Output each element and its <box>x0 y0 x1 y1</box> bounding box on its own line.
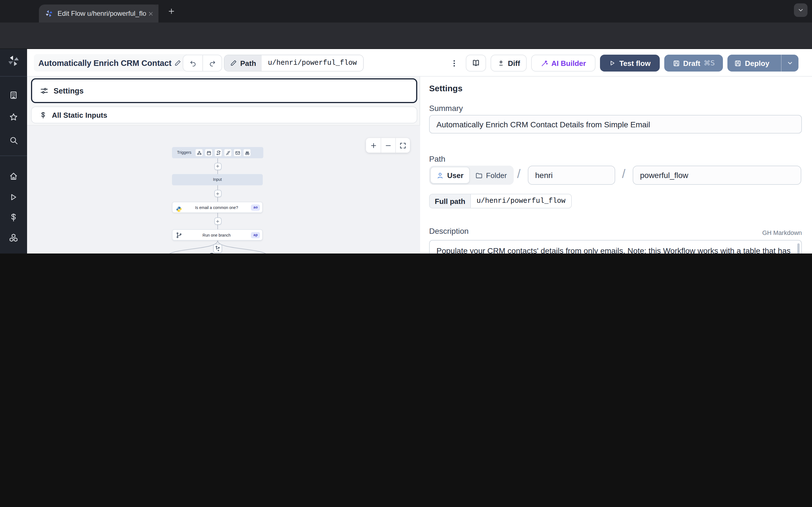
draft-shortcut: ⌘S <box>704 59 715 67</box>
description-label: Description <box>429 226 469 235</box>
input-node-label: Input <box>213 177 221 183</box>
path-chip-value: u/henri/powerful_flow <box>262 55 363 71</box>
tab-title: Edit Flow u/henri/powerful_flo <box>57 10 148 17</box>
polling-trigger-icon[interactable] <box>243 149 251 157</box>
full-path-row: Full path u/henri/powerful_flow <box>429 194 571 209</box>
node-id-badge: ao <box>251 204 260 210</box>
favorites-star-icon[interactable] <box>9 113 18 122</box>
flow-title[interactable]: Automatically Enrich CRM Contact <box>34 54 189 71</box>
flow-left-pane: Settings All Static Inputs <box>27 76 420 253</box>
canvas-zoom-controls <box>366 138 410 153</box>
deploy-chevron-down-icon[interactable] <box>786 60 794 66</box>
fit-view-button[interactable] <box>395 138 410 153</box>
workspace-icon[interactable] <box>9 91 18 100</box>
owner-kind-toggle: User Folder <box>429 166 514 185</box>
window-chevron-icon[interactable] <box>794 3 808 17</box>
flow-title-text: Automatically Enrich CRM Contact <box>38 58 171 67</box>
undo-redo-group <box>183 55 222 71</box>
description-textarea[interactable]: Populate your CRM contacts' details from… <box>429 240 802 253</box>
book-icon <box>472 59 480 67</box>
all-static-inputs-card[interactable]: All Static Inputs <box>31 107 417 123</box>
windmill-favicon <box>45 10 53 17</box>
play-icon <box>609 60 616 66</box>
redo-button[interactable] <box>202 55 221 71</box>
diff-label: Diff <box>508 59 520 67</box>
screen: Edit Flow u/henri/powerful_flo app.windm… <box>0 0 812 253</box>
new-tab-icon[interactable] <box>167 7 175 15</box>
browser-toolbar: app.windmill.dev/flows/edit/u/henri/powe… <box>0 22 812 49</box>
add-step-button[interactable] <box>214 163 221 170</box>
triggers-node[interactable]: Triggers <box>172 147 263 158</box>
email-trigger-icon[interactable] <box>234 149 242 157</box>
browser-tab-strip: Edit Flow u/henri/powerful_flo <box>0 0 812 22</box>
input-node[interactable]: Input <box>172 174 263 185</box>
dollar-icon <box>40 111 47 119</box>
path-chip[interactable]: Path u/henri/powerful_flow <box>224 55 363 71</box>
docs-book-button[interactable] <box>466 55 486 71</box>
deploy-split-divider <box>781 55 781 71</box>
add-branch-button[interactable] <box>213 244 222 253</box>
test-flow-label: Test flow <box>619 59 651 67</box>
folder-icon <box>475 172 483 179</box>
flow-editor-header: Automatically Enrich CRM Contact Path u/… <box>27 49 812 76</box>
ai-builder-button[interactable]: AI Builder <box>531 55 596 71</box>
triggers-label: Triggers <box>177 150 192 156</box>
node-is-email-common[interactable]: Is email a common one? ao <box>172 202 263 213</box>
variables-dollar-icon[interactable] <box>9 213 18 222</box>
branch-icon <box>176 232 182 238</box>
windmill-logo-icon[interactable] <box>7 55 20 67</box>
settings-card-label: Settings <box>54 87 84 95</box>
summary-label: Summary <box>429 104 463 113</box>
node-run-one-branch-1[interactable]: Run one branch ap <box>172 229 263 240</box>
gh-markdown-hint: GH Markdown <box>762 229 802 236</box>
more-options-kebab-icon[interactable] <box>450 59 458 68</box>
path-slash: / <box>622 167 625 181</box>
full-path-label: Full path <box>430 194 471 208</box>
summary-input[interactable] <box>429 115 802 133</box>
path-owner-input[interactable] <box>528 166 615 185</box>
diff-button[interactable]: Diff <box>491 55 527 71</box>
static-inputs-label: All Static Inputs <box>52 111 107 119</box>
magic-wand-icon <box>541 59 548 67</box>
add-step-button[interactable] <box>214 217 221 225</box>
path-label: Path <box>429 154 446 163</box>
node-id-badge: ap <box>251 232 260 238</box>
edit-title-pencil-icon[interactable] <box>174 59 181 66</box>
sidebar-divider <box>0 156 27 156</box>
path-chip-label-seg: Path <box>224 55 262 71</box>
tab-title-fade <box>144 4 158 22</box>
save-icon <box>734 59 742 67</box>
webhook-trigger-icon[interactable] <box>195 149 203 157</box>
add-step-button[interactable] <box>214 190 221 197</box>
draft-label: Draft <box>683 59 700 67</box>
textarea-scrollbar[interactable] <box>797 243 800 253</box>
undo-button[interactable] <box>183 55 202 71</box>
deploy-button[interactable]: Deploy <box>727 55 799 71</box>
search-icon[interactable] <box>9 136 18 145</box>
resources-cubes-icon[interactable] <box>9 233 18 242</box>
home-icon[interactable] <box>9 172 18 181</box>
sliders-icon <box>40 87 49 95</box>
full-path-value: u/henri/powerful_flow <box>471 194 571 208</box>
folder-toggle-option[interactable]: Folder <box>470 167 513 184</box>
user-toggle-option[interactable]: User <box>430 167 470 184</box>
zoom-out-button[interactable] <box>380 138 395 153</box>
app-sidebar <box>0 49 27 253</box>
settings-card[interactable]: Settings <box>31 78 417 103</box>
flow-canvas[interactable]: Triggers Input Is email a common one? ao <box>27 125 420 253</box>
path-name-input[interactable] <box>633 166 801 185</box>
route-trigger-icon[interactable] <box>214 149 222 157</box>
settings-heading: Settings <box>429 83 462 93</box>
draft-button[interactable]: Draft ⌘S <box>664 55 723 71</box>
deploy-label: Deploy <box>745 59 769 67</box>
runs-play-icon[interactable] <box>9 193 18 202</box>
save-icon <box>672 59 680 67</box>
zoom-in-button[interactable] <box>366 138 380 153</box>
user-icon <box>437 172 444 179</box>
test-flow-button[interactable]: Test flow <box>600 55 660 71</box>
path-pencil-icon <box>230 60 237 66</box>
browser-tab[interactable]: Edit Flow u/henri/powerful_flo <box>39 4 158 22</box>
schedule-trigger-icon[interactable] <box>205 149 213 157</box>
path-chip-label: Path <box>240 59 256 67</box>
websocket-trigger-icon[interactable] <box>224 149 232 157</box>
